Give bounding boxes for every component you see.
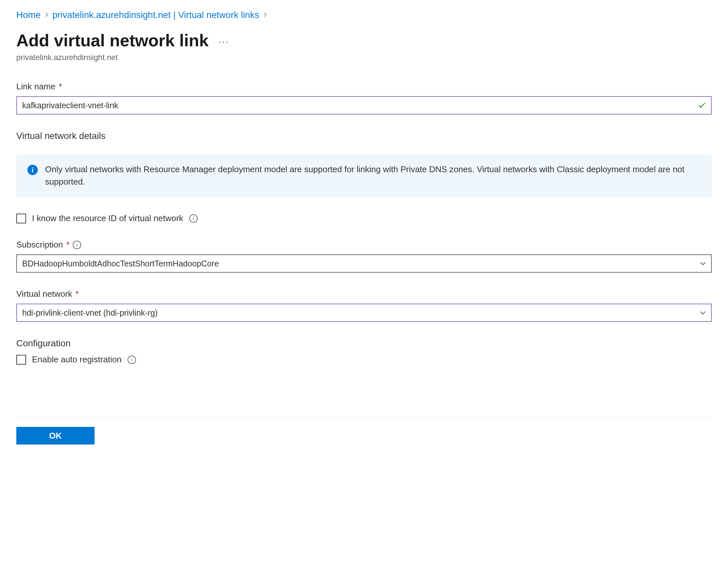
vnet-select[interactable]: hdi-privlink-client-vnet (hdi-privlink-r… — [16, 303, 712, 322]
chevron-right-icon — [263, 11, 268, 19]
subscription-select[interactable]: BDHadoopHumboldtAdhocTestShortTermHadoop… — [16, 254, 712, 273]
vnet-details-heading: Virtual network details — [16, 131, 712, 141]
vnet-label: Virtual network * — [16, 289, 712, 299]
know-resource-id-checkbox[interactable] — [16, 214, 26, 224]
breadcrumb: Home privatelink.azurehdinsight.net | Vi… — [16, 10, 712, 20]
checkmark-icon — [697, 101, 706, 110]
required-indicator: * — [66, 240, 69, 250]
info-icon[interactable]: i — [73, 241, 81, 249]
link-name-label: Link name * — [16, 82, 712, 92]
auto-registration-label: Enable auto registration — [32, 355, 122, 364]
info-icon: i — [27, 165, 38, 175]
ok-button[interactable]: OK — [16, 427, 95, 444]
page-subtitle: privatelink.azurehdinsight.net — [16, 53, 712, 62]
info-icon[interactable]: i — [127, 355, 136, 364]
know-resource-id-label: I know the resource ID of virtual networ… — [32, 213, 183, 224]
auto-registration-checkbox[interactable] — [16, 355, 26, 364]
info-icon[interactable]: i — [189, 214, 197, 223]
breadcrumb-home[interactable]: Home — [16, 10, 41, 20]
info-message: i Only virtual networks with Resource Ma… — [16, 154, 712, 197]
chevron-down-icon — [699, 260, 706, 267]
subscription-label: Subscription * i — [16, 240, 712, 250]
link-name-input[interactable]: kafkaprivateclient-vnet-link — [16, 96, 712, 114]
more-actions-button[interactable]: ··· — [218, 36, 229, 47]
configuration-heading: Configuration — [16, 338, 712, 349]
page-title: Add virtual network link — [16, 31, 208, 50]
chevron-down-icon — [699, 309, 706, 316]
info-text: Only virtual networks with Resource Mana… — [45, 163, 701, 188]
chevron-right-icon — [44, 11, 49, 19]
required-indicator: * — [76, 289, 79, 299]
required-indicator: * — [59, 82, 62, 92]
breadcrumb-parent[interactable]: privatelink.azurehdinsight.net | Virtual… — [53, 10, 259, 20]
